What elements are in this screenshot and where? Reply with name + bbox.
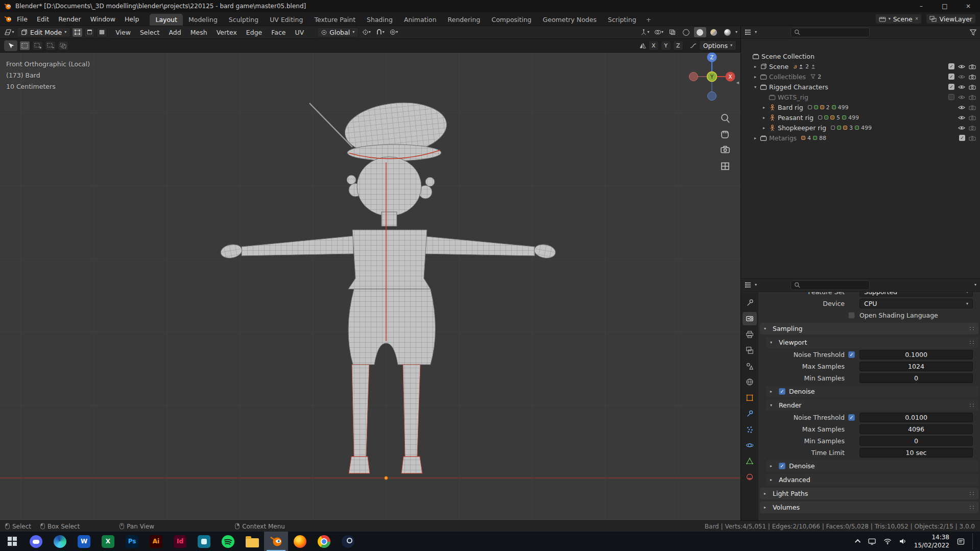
tab-animation[interactable]: Animation — [398, 14, 442, 26]
camera-icon[interactable] — [969, 105, 976, 110]
menu-vertex[interactable]: Vertex — [212, 27, 242, 38]
edge-select-button[interactable] — [84, 28, 95, 37]
tab-material-properties[interactable] — [743, 470, 757, 484]
vp-noise-threshold-field[interactable]: 0.1000 — [859, 350, 973, 360]
panel-grip-icon[interactable] — [968, 325, 974, 332]
viewlayer-selector[interactable]: ViewLayer — [926, 14, 976, 24]
panel-grip-icon[interactable] — [968, 402, 974, 409]
eye-icon[interactable] — [958, 85, 965, 89]
feature-set-dropdown[interactable]: Supported ▾ — [859, 292, 973, 297]
chevron-down-icon[interactable]: ▾ — [974, 283, 976, 287]
eye-icon[interactable] — [958, 64, 965, 69]
menu-uv[interactable]: UV — [291, 27, 309, 38]
tab-object-data-properties[interactable] — [743, 454, 757, 468]
taskbar-clock[interactable]: 14:38 15/02/2022 — [914, 533, 949, 549]
expander-icon[interactable]: ▸ — [760, 115, 768, 120]
tab-particle-properties[interactable] — [743, 423, 757, 436]
tab-scene-properties[interactable] — [743, 360, 757, 373]
tab-rendering[interactable]: Rendering — [442, 14, 486, 26]
filter-funnel-icon[interactable] — [970, 29, 976, 36]
outliner-row-peasant-rig[interactable]: ▸ Peasant rig 5 499 — [741, 112, 980, 123]
transform-orientation-selector[interactable]: Global ▾ — [317, 27, 358, 37]
show-desktop-button[interactable] — [972, 533, 975, 549]
noise-threshold-checkbox[interactable]: ✓ — [848, 414, 855, 421]
outliner-row-metarigs[interactable]: ▸ Metarigs 4 88 ✓ — [741, 133, 980, 143]
chevron-down-icon[interactable]: ▾ — [755, 283, 757, 287]
r-denoise-checkbox[interactable]: ✓ — [779, 463, 785, 469]
eye-icon[interactable] — [958, 75, 965, 79]
taskbar-file-explorer[interactable] — [240, 532, 264, 551]
menu-add[interactable]: Add — [164, 27, 186, 38]
expander-icon[interactable]: ▾ — [752, 85, 759, 89]
shading-material-button[interactable] — [708, 27, 720, 37]
vertex-select-button[interactable] — [72, 28, 83, 37]
menu-face[interactable]: Face — [267, 27, 290, 38]
select-mode-subtract-button[interactable] — [45, 41, 56, 51]
start-button[interactable] — [0, 532, 24, 551]
add-workspace-button[interactable]: + — [642, 14, 655, 26]
camera-icon[interactable] — [969, 115, 976, 121]
taskbar-indesign[interactable]: Id — [168, 532, 192, 551]
vp-max-samples-field[interactable]: 1024 — [859, 362, 973, 371]
blender-logo-icon[interactable] — [4, 15, 12, 22]
render-subpanel-header[interactable]: ▾ Render — [766, 399, 978, 411]
r-max-samples-field[interactable]: 4096 — [859, 424, 973, 434]
tab-view-layer-properties[interactable] — [743, 344, 757, 357]
tab-sculpting[interactable]: Sculpting — [223, 14, 264, 26]
taskbar-blender[interactable] — [264, 532, 288, 551]
device-dropdown[interactable]: CPU ▾ — [859, 299, 973, 308]
tab-texture-paint[interactable]: Texture Paint — [308, 14, 361, 26]
mode-selector[interactable]: Edit Mode ▾ — [17, 27, 70, 37]
camera-icon[interactable] — [969, 135, 976, 141]
close-button[interactable]: × — [957, 0, 980, 12]
show-gizmo-button[interactable]: ▾ — [639, 27, 651, 37]
exclude-checkbox[interactable]: ✓ — [959, 135, 965, 141]
camera-icon[interactable] — [969, 64, 976, 69]
exclude-checkbox[interactable]: ✓ — [948, 84, 954, 90]
eye-icon[interactable] — [958, 115, 965, 120]
eye-icon[interactable] — [958, 105, 965, 110]
character-model[interactable] — [220, 98, 557, 473]
tab-physics-properties[interactable] — [743, 439, 757, 452]
eye-icon[interactable] — [958, 95, 965, 100]
volume-icon[interactable] — [899, 538, 906, 544]
expander-icon[interactable]: ▸ — [752, 75, 759, 79]
scene-selector[interactable]: ▾ Scene × — [875, 14, 922, 24]
camera-icon[interactable] — [969, 94, 976, 100]
eye-icon[interactable] — [958, 126, 965, 130]
taskbar-word[interactable]: W — [72, 532, 96, 551]
tab-shading[interactable]: Shading — [361, 14, 398, 26]
menu-edit[interactable]: Edit — [32, 14, 54, 25]
editor-type-button[interactable]: ▾ — [3, 27, 15, 37]
region-collapse-icon[interactable]: ◂ — [736, 79, 739, 86]
proportional-editing-button[interactable]: ▾ — [388, 27, 400, 37]
tab-layout[interactable]: Layout — [150, 14, 183, 26]
panel-grip-icon[interactable] — [968, 504, 974, 511]
viewport-nav-buttons[interactable] — [721, 114, 729, 170]
advanced-header[interactable]: ▸ Advanced — [766, 474, 978, 486]
shading-wireframe-button[interactable] — [680, 27, 692, 37]
taskbar-photoshop[interactable]: Ps — [120, 532, 144, 551]
menu-view[interactable]: View — [111, 27, 135, 38]
shading-rendered-button[interactable] — [722, 27, 734, 37]
action-center-icon[interactable] — [957, 538, 965, 545]
tool-options-button[interactable]: Options ▾ — [699, 40, 736, 51]
navigation-gizmo[interactable]: Z X Y — [689, 53, 735, 101]
tab-uv-editing[interactable]: UV Editing — [264, 14, 308, 26]
shading-solid-button[interactable] — [694, 27, 706, 37]
menu-mesh[interactable]: Mesh — [186, 27, 212, 38]
vp-min-samples-field[interactable]: 0 — [859, 373, 973, 383]
expander-icon[interactable]: ▸ — [760, 126, 768, 130]
outliner-row-bard-rig[interactable]: ▸ Bard rig 2 499 — [741, 102, 980, 112]
taskbar-illustrator[interactable]: Ai — [144, 532, 168, 551]
r-denoise-header[interactable]: ▸ ✓ Denoise — [766, 460, 978, 472]
osl-checkbox[interactable] — [848, 312, 855, 319]
tab-object-properties[interactable] — [743, 391, 757, 404]
viewport-canvas[interactable]: Z X Y — [0, 53, 740, 520]
mirror-x-button[interactable]: X — [649, 41, 659, 51]
menu-window[interactable]: Window — [86, 14, 120, 25]
tab-tool[interactable] — [743, 296, 757, 309]
exclude-checkbox[interactable]: ✓ — [948, 74, 954, 80]
taskbar-excel[interactable]: X — [96, 532, 120, 551]
panel-grip-icon[interactable] — [968, 339, 974, 346]
